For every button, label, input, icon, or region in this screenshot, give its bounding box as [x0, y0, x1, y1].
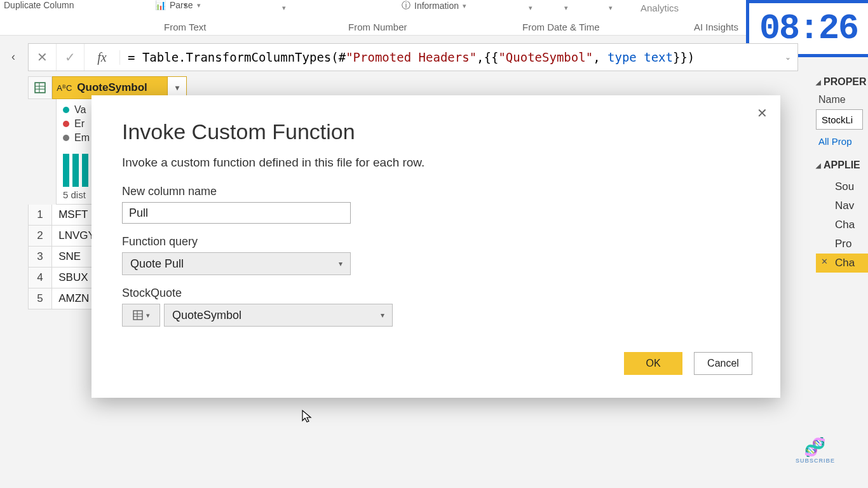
- analytics-label: Analytics: [641, 3, 679, 13]
- ribbon: Duplicate Column ▾ 📊 Parse ▾ ▾ ⓘ Informa…: [0, 0, 868, 36]
- chevron-down-icon[interactable]: ▾: [529, 4, 532, 12]
- dialog-subtitle: Invoke a custom function defined in this…: [122, 156, 750, 170]
- formula-cancel-button[interactable]: ✕: [29, 44, 57, 71]
- fx-icon[interactable]: fx: [85, 50, 120, 65]
- query-settings-pane: PROPER Name StockLi All Prop APPLIE Sou …: [811, 76, 868, 394]
- section-from-date-time: From Date & Time: [522, 22, 600, 32]
- formula-input[interactable]: = Table.TransformColumnTypes(#"Promoted …: [120, 50, 778, 64]
- invoke-custom-function-dialog: ✕ Invoke Custom Function Invoke a custom…: [92, 95, 780, 398]
- dialog-title: Invoke Custom Function: [122, 119, 750, 144]
- subscribe-watermark: 🧬 SUBSCRIBE: [796, 437, 835, 464]
- param-type-picker[interactable]: ▾: [122, 304, 160, 327]
- cursor-icon: [301, 409, 314, 423]
- column-type-icon: AᴮC: [57, 83, 72, 93]
- param-column-select[interactable]: QuoteSymbol ▾: [164, 304, 393, 327]
- column-name: QuoteSymbol: [77, 81, 147, 94]
- chevron-down-icon: ▾: [197, 1, 201, 10]
- applied-step[interactable]: Cha: [816, 215, 868, 234]
- ok-button[interactable]: OK: [624, 352, 682, 375]
- all-properties-link[interactable]: All Prop: [818, 136, 868, 147]
- applied-step-active[interactable]: Cha: [816, 254, 868, 273]
- section-ai-insights: AI Insights: [694, 22, 738, 32]
- formula-bar: ✕ ✓ fx = Table.TransformColumnTypes(#"Pr…: [28, 43, 798, 71]
- applied-steps-header[interactable]: APPLIE: [816, 159, 868, 171]
- table-options-button[interactable]: [28, 76, 52, 99]
- function-query-select[interactable]: Quote Pull ▾: [122, 252, 351, 275]
- formula-accept-button[interactable]: ✓: [57, 44, 85, 71]
- svg-rect-4: [133, 311, 142, 320]
- name-label: Name: [818, 94, 868, 105]
- query-name-input[interactable]: StockLi: [816, 109, 863, 130]
- function-query-label: Function query: [122, 235, 750, 248]
- parse-icon: 📊: [155, 0, 166, 10]
- chevron-down-icon[interactable]: ▾: [609, 4, 613, 12]
- row-number: 2: [28, 226, 52, 247]
- section-from-number: From Number: [348, 22, 407, 32]
- dot-icon: [63, 107, 69, 113]
- table-icon: [34, 82, 46, 93]
- info-icon: ⓘ: [402, 0, 410, 11]
- row-number: 4: [28, 268, 52, 288]
- duplicate-column-label: Duplicate Column: [4, 0, 74, 10]
- dna-icon: 🧬: [804, 437, 826, 458]
- svg-rect-0: [35, 83, 45, 93]
- applied-step[interactable]: Nav: [816, 196, 868, 215]
- cancel-button[interactable]: Cancel: [694, 352, 752, 375]
- collapse-nav-button[interactable]: ‹: [4, 47, 23, 66]
- param-stockquote-label: StockQuote: [122, 287, 750, 300]
- chevron-down-icon: ▾: [463, 2, 466, 10]
- parse-button[interactable]: 📊 Parse ▾: [155, 0, 201, 10]
- chevron-down-icon[interactable]: ▾: [282, 4, 286, 12]
- chevron-down-icon: ▾: [381, 311, 384, 320]
- chevron-down-icon: ▾: [146, 311, 150, 320]
- row-number: 1: [28, 205, 52, 226]
- information-label: Information: [414, 1, 459, 11]
- section-from-text: From Text: [164, 22, 206, 32]
- new-column-name-label: New column name: [122, 185, 750, 198]
- formula-expand-button[interactable]: ⌄: [778, 53, 797, 62]
- dot-icon: [63, 121, 69, 127]
- chevron-down-icon[interactable]: ▾: [564, 4, 568, 12]
- new-column-name-input[interactable]: Pull: [122, 202, 351, 224]
- information-button[interactable]: ⓘ Information ▾: [402, 0, 466, 11]
- row-number: 5: [28, 288, 52, 309]
- row-number: 3: [28, 247, 52, 268]
- chevron-down-icon: ▾: [339, 259, 342, 268]
- dot-icon: [63, 135, 69, 141]
- close-button[interactable]: ✕: [757, 105, 768, 121]
- applied-step[interactable]: Sou: [816, 177, 868, 196]
- applied-step[interactable]: Pro: [816, 234, 868, 254]
- column-icon: [132, 310, 144, 320]
- properties-header[interactable]: PROPER: [816, 76, 868, 88]
- parse-label: Parse: [170, 0, 193, 10]
